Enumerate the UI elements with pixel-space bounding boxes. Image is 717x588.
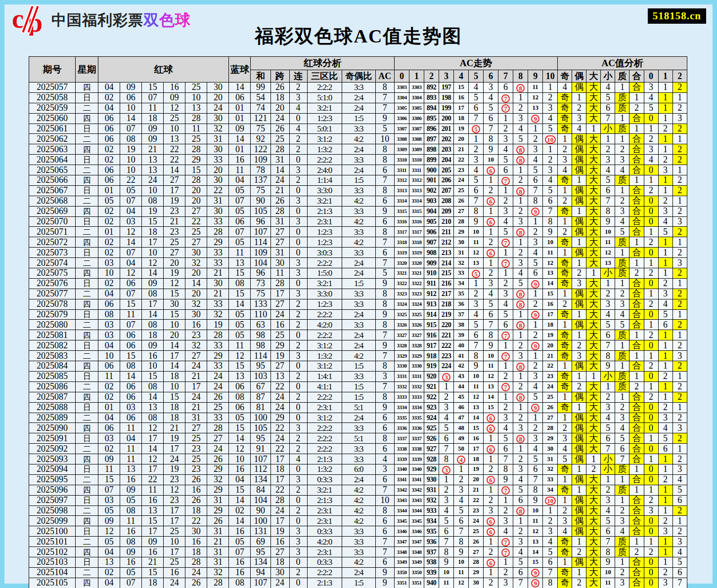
odd-even-cell: 4:2 [342, 134, 375, 144]
trend-cell: 8 [543, 216, 558, 227]
red-ball: 01 [98, 402, 120, 413]
trend-cell: 27 [469, 547, 484, 557]
analysis-cell: 2 [672, 144, 687, 155]
red-ball: 03 [98, 495, 120, 505]
trend-cell: 3305 [409, 103, 424, 113]
analysis-cell: 1 [658, 547, 672, 557]
red-ball: 20 [207, 92, 229, 103]
analysis-cell: 奇 [558, 381, 572, 392]
trend-cell: 3 [543, 103, 558, 113]
ac-hit-circle: 10 [545, 135, 556, 144]
red-ball: 14 [164, 165, 185, 175]
analysis-cell: 2 [601, 392, 615, 402]
trend-cell: 3326 [394, 320, 409, 330]
trend-cell: 13 [484, 381, 498, 392]
trend-cell: 7 [469, 340, 484, 351]
trend-cell: 3 [513, 351, 528, 361]
sum-cell: 105 [251, 206, 270, 216]
trend-cell: 6 [513, 495, 528, 505]
trend-cell: 908 [424, 248, 439, 258]
span-cell: 22 [270, 423, 289, 433]
trend-cell: 3 [469, 299, 484, 309]
analysis-cell: 5 [601, 175, 615, 186]
analysis-cell: 1 [558, 474, 572, 485]
analysis-cell: 1 [672, 92, 687, 103]
analysis-cell: 0 [644, 557, 658, 567]
ac-hit-circle: 5 [472, 125, 480, 133]
trend-cell: 9 [528, 113, 543, 124]
red-ball: 05 [120, 567, 142, 578]
draw-row: 2025094日111317192329161121801:3:26:03334… [29, 464, 687, 474]
draw-row: 2025071二011218232528071072701:2:33:38331… [29, 227, 687, 237]
trend-cell: 3318 [409, 237, 424, 248]
trend-cell: 1 [498, 113, 513, 124]
span-cell: 22 [270, 444, 289, 454]
sum-cell: 90 [251, 196, 270, 206]
trend-cell: 3324 [394, 299, 409, 309]
red-ball: 30 [185, 309, 207, 320]
trend-cell: 8 [484, 330, 498, 340]
ac-hit-circle: 6 [487, 559, 495, 567]
issue-cell: 2025095 [29, 474, 76, 485]
ac-hit-circle: 7 [501, 259, 510, 268]
blue-ball: 14 [229, 495, 251, 505]
trend-cell: 3311 [394, 165, 409, 175]
analysis-cell: 2 [644, 547, 658, 557]
analysis-cell: 1 [672, 330, 687, 340]
analysis-cell: 奇 [558, 340, 572, 351]
trend-cell: 7 [469, 113, 484, 124]
trend-cell: 7 [498, 258, 513, 268]
sum-cell: 95 [251, 547, 270, 557]
analysis-cell: 奇 [558, 175, 572, 186]
analysis-cell: 0 [644, 196, 658, 206]
analysis-cell: 4 [601, 309, 615, 320]
trend-cell: 1 [484, 206, 498, 216]
trend-cell: 5 [498, 433, 513, 444]
page-title: 福彩双色球AC值走势图 [0, 24, 717, 49]
analysis-cell: 1 [644, 320, 658, 330]
red-ball: 05 [98, 196, 120, 206]
analysis-cell: 3 [672, 423, 687, 433]
draw-row: 2025091日03041719252714952422:2:25:183337… [29, 433, 687, 444]
ac-cell: 8 [375, 299, 394, 309]
analysis-cell: 1 [586, 371, 601, 381]
ac-cell: 8 [375, 144, 394, 155]
trend-cell: 17 [469, 444, 484, 454]
trend-cell: 17 [453, 103, 468, 113]
red-ball: 14 [164, 340, 185, 351]
trend-cell: 1 [513, 309, 528, 320]
analysis-cell: 2 [644, 134, 658, 144]
trend-cell: 15 [528, 557, 543, 567]
analysis-cell: 2 [658, 278, 672, 289]
odd-even-cell: 1:5 [342, 578, 375, 588]
ac-cell: 6 [375, 413, 394, 423]
trend-cell: 912 [424, 289, 439, 299]
blue-ball: 14 [229, 433, 251, 444]
draw-row: 2025098二05081317182902902422:3:14:283344… [29, 505, 687, 516]
span-cell: 18 [270, 557, 289, 567]
consec-cell: 2 [289, 134, 307, 144]
blue-ball: 15 [229, 289, 251, 299]
blue-ball: 05 [229, 537, 251, 547]
trend-cell: 2 [513, 381, 528, 392]
analysis-cell: 2 [672, 340, 687, 351]
analysis-cell: 7 [601, 444, 615, 454]
red-ball: 06 [98, 124, 120, 134]
analysis-cell: 合 [629, 454, 644, 464]
trend-cell: 3323 [394, 289, 409, 299]
week-cell: 四 [76, 144, 98, 155]
consec-cell: 0 [289, 248, 307, 258]
ac-cell: 8 [375, 361, 394, 372]
red-ball: 11 [120, 454, 142, 464]
week-cell: 四 [76, 485, 98, 495]
analysis-cell: 2 [644, 299, 658, 309]
blue-ball: 14 [229, 134, 251, 144]
draw-row: 2025069四020419232730051052802:1:33:39331… [29, 206, 687, 216]
span-cell: 14 [270, 165, 289, 175]
blue-ball: 11 [229, 340, 251, 351]
analysis-col-header: 大 [586, 70, 601, 83]
trend-cell: 19 [543, 330, 558, 340]
sum-cell: 107 [251, 454, 270, 464]
span-cell: 18 [270, 464, 289, 474]
draw-row: 2025083二101516172729121141931:3:24:27332… [29, 351, 687, 361]
